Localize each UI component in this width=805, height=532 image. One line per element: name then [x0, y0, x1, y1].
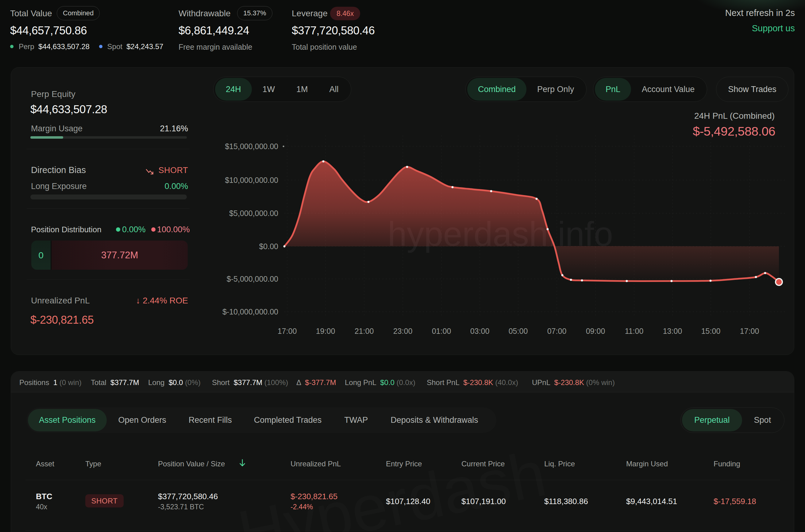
svg-text:$0.00: $0.00	[259, 242, 278, 251]
svg-text:21:00: 21:00	[354, 327, 374, 335]
svg-text:23:00: 23:00	[393, 327, 413, 335]
svg-text:15:00: 15:00	[701, 327, 721, 335]
svg-text:17:00: 17:00	[740, 327, 759, 335]
svg-text:05:00: 05:00	[509, 327, 528, 335]
svg-text:17:00: 17:00	[277, 327, 297, 335]
svg-text:01:00: 01:00	[432, 327, 451, 335]
svg-text:$5,000,000.00: $5,000,000.00	[229, 209, 278, 217]
svg-text:$10,000,000.00: $10,000,000.00	[225, 176, 278, 184]
svg-text:$15,000,000.00: $15,000,000.00	[225, 142, 278, 151]
svg-text:09:00: 09:00	[586, 327, 605, 335]
svg-text:03:00: 03:00	[470, 327, 490, 335]
svg-text:19:00: 19:00	[316, 327, 335, 335]
svg-text:07:00: 07:00	[547, 327, 567, 335]
svg-text:13:00: 13:00	[663, 327, 682, 335]
svg-text:$-10,000,000.00: $-10,000,000.00	[223, 307, 278, 316]
svg-text:$-5,000,000.00: $-5,000,000.00	[227, 274, 278, 283]
svg-text:11:00: 11:00	[625, 327, 644, 335]
